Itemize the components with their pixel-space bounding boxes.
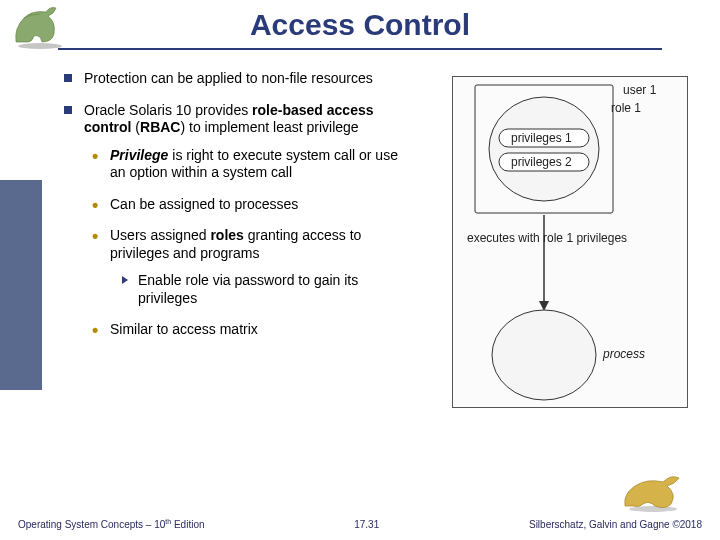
svg-point-0 xyxy=(18,43,62,49)
bullet-2-pre: Oracle Solaris 10 provides xyxy=(84,102,252,118)
bullet-1: Protection can be applied to non-file re… xyxy=(60,70,410,88)
rbac-diagram: user 1 role 1 privileges 1 privileges 2 … xyxy=(452,76,688,408)
bullet-2-rbac-short: RBAC xyxy=(140,119,180,135)
diagram-label-role1: role 1 xyxy=(611,101,641,115)
subbullet-3-term: roles xyxy=(210,227,243,243)
slide-title: Access Control xyxy=(0,8,720,42)
subsubbullet-1-text: Enable role via password to gain its pri… xyxy=(138,272,358,306)
diagram-label-exec: executes with role 1 privileges xyxy=(467,231,677,245)
footer-left-a: Operating System Concepts – 10 xyxy=(18,519,165,530)
footer-right: Silberschatz, Galvin and Gagne ©2018 xyxy=(529,519,702,530)
bullet-1-text: Protection can be applied to non-file re… xyxy=(84,70,373,86)
subbullet-1: Privilege is right to execute system cal… xyxy=(88,147,410,182)
diagram-label-user1: user 1 xyxy=(623,83,656,97)
subbullet-3: Users assigned roles granting access to … xyxy=(88,227,410,307)
subbullet-4: Similar to access matrix xyxy=(88,321,410,339)
sidebar-accent xyxy=(0,180,42,390)
svg-point-3 xyxy=(489,97,599,201)
footer-center: 17.31 xyxy=(205,519,529,530)
subbullet-2: Can be assigned to processes xyxy=(88,196,410,214)
diagram-label-priv1: privileges 1 xyxy=(511,131,572,145)
subbullet-3-pre: Users assigned xyxy=(110,227,210,243)
content-area: Protection can be applied to non-file re… xyxy=(60,70,410,353)
footer-left: Operating System Concepts – 10th Edition xyxy=(18,518,205,530)
subbullet-4-text: Similar to access matrix xyxy=(110,321,258,337)
dinosaur-logo-bottom xyxy=(621,472,686,512)
subbullet-1-term: Privilege xyxy=(110,147,168,163)
subbullet-2-text: Can be assigned to processes xyxy=(110,196,298,212)
svg-point-8 xyxy=(492,310,596,400)
diagram-label-process: process xyxy=(603,347,645,361)
diagram-label-priv2: privileges 2 xyxy=(511,155,572,169)
slide: Access Control Protection can be applied… xyxy=(0,0,720,540)
footer-left-b: Edition xyxy=(171,519,204,530)
title-underline xyxy=(58,48,662,50)
footer: Operating System Concepts – 10th Edition… xyxy=(18,518,702,530)
bullet-2-post: ) to implement least privilege xyxy=(180,119,358,135)
bullet-2: Oracle Solaris 10 provides role-based ac… xyxy=(60,102,410,339)
bullet-2-paren-open: ( xyxy=(131,119,140,135)
subsubbullet-1: Enable role via password to gain its pri… xyxy=(120,272,410,307)
